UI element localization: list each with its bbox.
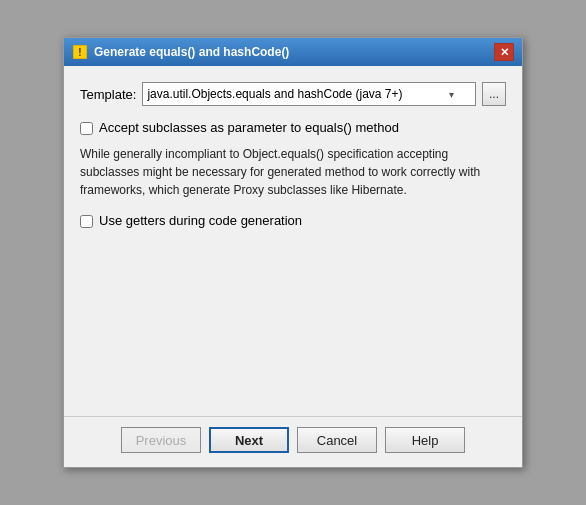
- svg-text:!: !: [78, 47, 81, 58]
- previous-button[interactable]: Previous: [121, 427, 201, 453]
- help-button[interactable]: Help: [385, 427, 465, 453]
- use-getters-row: Use getters during code generation: [80, 213, 506, 228]
- template-select-wrapper: java.util.Objects.equals and hashCode (j…: [142, 82, 476, 106]
- template-row: Template: java.util.Objects.equals and h…: [80, 82, 506, 106]
- next-button[interactable]: Next: [209, 427, 289, 453]
- info-text: While generally incompliant to Object.eq…: [80, 145, 506, 199]
- accept-subclasses-label: Accept subclasses as parameter to equals…: [99, 120, 399, 135]
- dialog-window: ! Generate equals() and hashCode() ✕ Tem…: [63, 37, 523, 468]
- accept-subclasses-row: Accept subclasses as parameter to equals…: [80, 120, 506, 135]
- use-getters-checkbox[interactable]: [80, 215, 93, 228]
- close-button[interactable]: ✕: [494, 43, 514, 61]
- accept-subclasses-checkbox[interactable]: [80, 122, 93, 135]
- dialog-body: Template: java.util.Objects.equals and h…: [64, 66, 522, 416]
- use-getters-label: Use getters during code generation: [99, 213, 302, 228]
- button-row: Previous Next Cancel Help: [64, 416, 522, 467]
- dialog-icon: !: [72, 44, 88, 60]
- title-bar-left: ! Generate equals() and hashCode(): [72, 44, 289, 60]
- template-select[interactable]: java.util.Objects.equals and hashCode (j…: [142, 82, 476, 106]
- dialog-title: Generate equals() and hashCode(): [94, 45, 289, 59]
- title-bar: ! Generate equals() and hashCode() ✕: [64, 38, 522, 66]
- cancel-button[interactable]: Cancel: [297, 427, 377, 453]
- browse-button[interactable]: ...: [482, 82, 506, 106]
- content-area: Accept subclasses as parameter to equals…: [80, 120, 506, 400]
- template-label: Template:: [80, 87, 136, 102]
